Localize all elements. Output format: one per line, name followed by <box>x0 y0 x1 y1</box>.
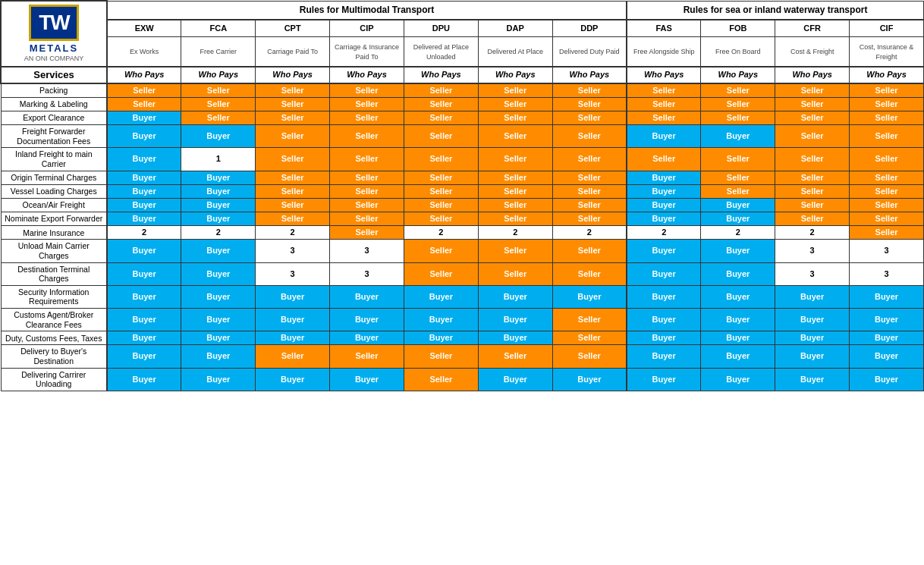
cell-11-6: Seller <box>552 262 627 285</box>
service-label: Unload Main Carrier Charges <box>1 240 107 262</box>
cell-9-5: 2 <box>478 226 552 240</box>
sea-section-header: Rules for sea or inland waterway transpo… <box>627 1 923 20</box>
cell-4-1: 1 <box>181 148 256 171</box>
cell-10-4: Seller <box>404 240 478 262</box>
cell-8-1: Buyer <box>181 212 256 226</box>
cell-5-5: Seller <box>478 171 552 184</box>
cell-3-0: Buyer <box>107 125 181 148</box>
cell-16-4: Seller <box>404 368 478 391</box>
cell-8-4: Seller <box>404 212 478 226</box>
cell-12-1: Buyer <box>181 285 256 308</box>
cell-0-10: Seller <box>850 83 924 98</box>
cell-16-8: Buyer <box>701 368 775 391</box>
who-pays-dap: Who Pays <box>478 67 552 83</box>
cell-5-6: Seller <box>552 171 627 184</box>
cell-4-7: Seller <box>627 148 701 171</box>
table-row: Freight Forwarder Documentation FeesBuye… <box>1 125 924 148</box>
cell-0-8: Seller <box>701 83 775 98</box>
cell-1-0: Seller <box>107 97 181 111</box>
cell-2-6: Seller <box>552 111 627 124</box>
cell-2-10: Seller <box>850 111 924 124</box>
table-row: PackingSellerSellerSellerSellerSellerSel… <box>1 83 924 98</box>
service-label: Destination Terminal Charges <box>1 262 107 285</box>
cell-2-4: Seller <box>404 111 478 124</box>
cell-4-0: Buyer <box>107 148 181 171</box>
cell-5-0: Buyer <box>107 171 181 184</box>
cell-7-8: Buyer <box>701 198 775 212</box>
table-row: Nominate Export ForwarderBuyerBuyerSelle… <box>1 212 924 226</box>
cell-1-5: Seller <box>478 97 552 111</box>
cell-7-9: Seller <box>775 198 850 212</box>
cell-9-1: 2 <box>181 226 256 240</box>
col-name-exw: Ex Works <box>107 37 181 67</box>
cell-12-0: Buyer <box>107 285 181 308</box>
cell-2-8: Seller <box>701 111 775 124</box>
cell-13-10: Buyer <box>850 309 924 331</box>
cell-0-4: Seller <box>404 83 478 98</box>
who-pays-cif: Who Pays <box>850 67 924 83</box>
cell-13-8: Buyer <box>701 309 775 331</box>
cell-12-9: Buyer <box>775 285 850 308</box>
cell-6-0: Buyer <box>107 184 181 198</box>
cell-1-6: Seller <box>552 97 627 111</box>
service-label: Marking & Labeling <box>1 97 107 111</box>
cell-0-0: Seller <box>107 83 181 98</box>
table-row: Ocean/Air FreightBuyerBuyerSellerSellerS… <box>1 198 924 212</box>
cell-5-4: Seller <box>404 171 478 184</box>
cell-9-10: Seller <box>850 226 924 240</box>
cell-16-3: Buyer <box>330 368 404 391</box>
service-label: Delivering Carrirer Unloading <box>1 368 107 391</box>
cell-14-3: Buyer <box>330 331 404 345</box>
col-code-exw: EXW <box>107 20 181 37</box>
cell-13-1: Buyer <box>181 309 256 331</box>
cell-14-5: Buyer <box>478 331 552 345</box>
col-name-cip: Carriage & Insurance Paid To <box>330 37 404 67</box>
cell-15-0: Buyer <box>107 345 181 368</box>
table-row: Vessel Loading ChargesBuyerBuyerSellerSe… <box>1 184 924 198</box>
who-pays-ddp: Who Pays <box>552 67 627 83</box>
cell-8-2: Seller <box>256 212 330 226</box>
who-pays-cpt: Who Pays <box>256 67 330 83</box>
cell-15-4: Seller <box>404 345 478 368</box>
cell-1-7: Seller <box>627 97 701 111</box>
cell-12-8: Buyer <box>701 285 775 308</box>
cell-10-8: Buyer <box>701 240 775 262</box>
cell-15-5: Seller <box>478 345 552 368</box>
cell-11-2: 3 <box>256 262 330 285</box>
cell-1-3: Seller <box>330 97 404 111</box>
cell-11-5: Seller <box>478 262 552 285</box>
cell-0-2: Seller <box>256 83 330 98</box>
cell-12-3: Buyer <box>330 285 404 308</box>
cell-16-1: Buyer <box>181 368 256 391</box>
cell-12-5: Buyer <box>478 285 552 308</box>
col-code-cpt: CPT <box>256 20 330 37</box>
cell-11-10: 3 <box>850 262 924 285</box>
service-label: Origin Terminal Charges <box>1 171 107 184</box>
cell-15-8: Buyer <box>701 345 775 368</box>
col-name-dpu: Delivered at Place Unloaded <box>404 37 478 67</box>
cell-4-5: Seller <box>478 148 552 171</box>
cell-14-10: Buyer <box>850 331 924 345</box>
cell-3-1: Buyer <box>181 125 256 148</box>
col-name-fca: Free Carrier <box>181 37 256 67</box>
cell-9-0: 2 <box>107 226 181 240</box>
col-code-cfr: CFR <box>775 20 850 37</box>
cell-3-6: Seller <box>552 125 627 148</box>
service-label: Marine Insurance <box>1 226 107 240</box>
cell-7-3: Seller <box>330 198 404 212</box>
table-row: Export ClearanceBuyerSellerSellerSellerS… <box>1 111 924 124</box>
cell-10-5: Seller <box>478 240 552 262</box>
col-code-fob: FOB <box>701 20 775 37</box>
col-code-fca: FCA <box>181 20 256 37</box>
cell-1-8: Seller <box>701 97 775 111</box>
cell-1-2: Seller <box>256 97 330 111</box>
cell-10-3: 3 <box>330 240 404 262</box>
cell-14-2: Buyer <box>256 331 330 345</box>
cell-5-10: Seller <box>850 171 924 184</box>
cell-8-5: Seller <box>478 212 552 226</box>
cell-12-2: Buyer <box>256 285 330 308</box>
who-pays-fas: Who Pays <box>627 67 701 83</box>
cell-3-8: Buyer <box>701 125 775 148</box>
cell-16-9: Buyer <box>775 368 850 391</box>
col-name-cpt: Carriage Paid To <box>256 37 330 67</box>
